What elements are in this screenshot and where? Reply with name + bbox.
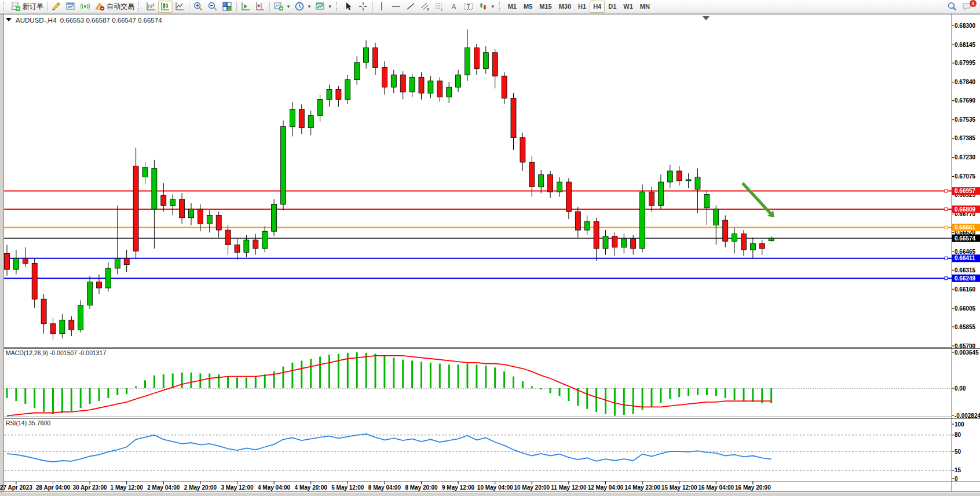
timeframe-button-M15[interactable]: M15: [536, 1, 555, 13]
zoom-out-button[interactable]: [206, 1, 220, 13]
candle-body: [723, 220, 728, 241]
candle-body: [152, 169, 157, 209]
hline-handle[interactable]: [945, 277, 948, 280]
time-axis-label: 11 May 12:00: [551, 484, 587, 491]
cursor-icon: [343, 1, 354, 12]
price-tick-label: 0.67535: [955, 116, 976, 123]
auto-trade-button[interactable]: 自动交易: [93, 1, 136, 13]
time-axis-label: 14 May 23:00: [624, 484, 660, 491]
crosshair-button[interactable]: [356, 1, 371, 13]
candle-body: [345, 80, 350, 100]
templates-button[interactable]: ▼: [313, 1, 334, 13]
price-tick-label: 0.67690: [955, 97, 976, 104]
tile-windows-button[interactable]: [220, 1, 235, 13]
candle-body: [262, 231, 268, 249]
time-axis-label: 8 May 04:00: [368, 484, 401, 491]
candle-body: [548, 174, 553, 192]
templates-icon: [315, 1, 326, 12]
candle-body: [465, 48, 470, 75]
price-tick-label: 0.67230: [955, 154, 976, 161]
hline-handle[interactable]: [945, 208, 948, 211]
chart-shift-button[interactable]: [253, 1, 268, 13]
time-axis-label: 1 May 12:00: [111, 484, 144, 491]
timeframe-button-W1[interactable]: W1: [620, 1, 637, 13]
price-tick-label: 0.67840: [955, 79, 976, 85]
time-axis-label: 30 Apr 23:00: [73, 484, 108, 491]
candle-body: [759, 244, 765, 249]
periods-button[interactable]: ▼: [292, 1, 313, 13]
candle-body: [180, 199, 185, 218]
time-axis-label: 16 May 20:00: [735, 484, 771, 491]
candle-body: [502, 76, 507, 98]
time-axis-label: 15 May 12:00: [661, 484, 697, 491]
arrows-button[interactable]: ▼: [476, 1, 497, 13]
chat-button[interactable]: 1: [960, 1, 974, 13]
signals-button[interactable]: [78, 1, 93, 13]
auto-scroll-icon: [240, 1, 251, 12]
price-tick-label: 0.66315: [955, 267, 976, 273]
timeframe-button-H1[interactable]: H1: [575, 1, 590, 13]
timeframe-button-M1[interactable]: M1: [504, 1, 520, 13]
candle-body: [189, 209, 194, 218]
new-order-button[interactable]: 新订单: [9, 1, 45, 13]
fibonacci-button[interactable]: F: [433, 1, 447, 13]
hline-handle[interactable]: [945, 257, 948, 260]
rsi-axis-label: 15: [955, 467, 961, 473]
hline-handle[interactable]: [945, 189, 948, 192]
candlestick-chart-button[interactable]: [158, 1, 173, 13]
cursor-button[interactable]: [342, 1, 356, 13]
macd-axis-label: -0.002824: [955, 413, 980, 419]
search-button[interactable]: [945, 1, 960, 13]
timeframe-button-M30[interactable]: M30: [555, 1, 575, 13]
candle-body: [235, 245, 240, 253]
chart-shift-icon: [255, 1, 265, 12]
candle-body: [539, 174, 544, 187]
toolbar-grip[interactable]: [3, 2, 7, 11]
candle-body: [216, 216, 221, 231]
auto-scroll-button[interactable]: [239, 1, 253, 13]
time-axis-label: 8 May 20:00: [405, 484, 438, 491]
candle-body: [198, 209, 203, 224]
indicators-button[interactable]: ▼: [272, 1, 292, 13]
hline-handle[interactable]: [945, 226, 948, 229]
candle-body: [409, 77, 415, 92]
main-toolbar: 新订单 自动交易: [0, 0, 980, 13]
candle-body: [428, 81, 433, 93]
timeframe-button-H4[interactable]: H4: [590, 1, 605, 13]
vertical-line-button[interactable]: [375, 1, 389, 13]
text-button[interactable]: A: [447, 1, 462, 13]
horizontal-line-button[interactable]: [389, 1, 404, 13]
candle-body: [769, 238, 774, 241]
text-label-button[interactable]: T: [462, 1, 476, 13]
candle-body: [327, 90, 332, 100]
candle-body: [612, 236, 617, 247]
candle-body: [308, 115, 313, 127]
price-badge-label: 0.66574: [955, 235, 976, 242]
timeframe-button-MN[interactable]: MN: [637, 1, 653, 13]
line-chart-button[interactable]: [173, 1, 187, 13]
styler-button[interactable]: [49, 1, 64, 13]
timeframe-button-M5[interactable]: M5: [520, 1, 536, 13]
price-tick-label: 0.68145: [955, 42, 976, 48]
candle-body: [741, 234, 747, 250]
crosshair-icon: [358, 1, 368, 12]
macd-axis-label: 0.00: [955, 385, 966, 392]
new-order-icon: [10, 1, 21, 12]
price-badge-label: 0.66809: [955, 206, 976, 213]
candle-body: [649, 192, 654, 205]
macd-axis-label: 0.003645: [955, 349, 979, 356]
zoom-in-button[interactable]: [191, 1, 206, 13]
time-axis-label: 10 May 20:00: [514, 484, 550, 491]
trendline-button[interactable]: [404, 1, 418, 13]
market-watch-button[interactable]: [64, 1, 78, 13]
svg-text:F: F: [441, 8, 443, 12]
bar-chart-button[interactable]: [144, 1, 158, 13]
time-axis-label: 2 May 04:00: [147, 484, 180, 491]
equidistant-channel-button[interactable]: E: [418, 1, 433, 13]
timeframe-button-D1[interactable]: D1: [605, 1, 620, 13]
rsi-label: RSI(14) 35.7600: [6, 420, 50, 426]
candle-body: [50, 324, 56, 334]
mt4-window: { "toolbar": { "new_order_label": "新订单",…: [0, 0, 980, 496]
indicators-dropdown-arrow: ▼: [286, 4, 291, 9]
candle-body: [78, 305, 83, 330]
